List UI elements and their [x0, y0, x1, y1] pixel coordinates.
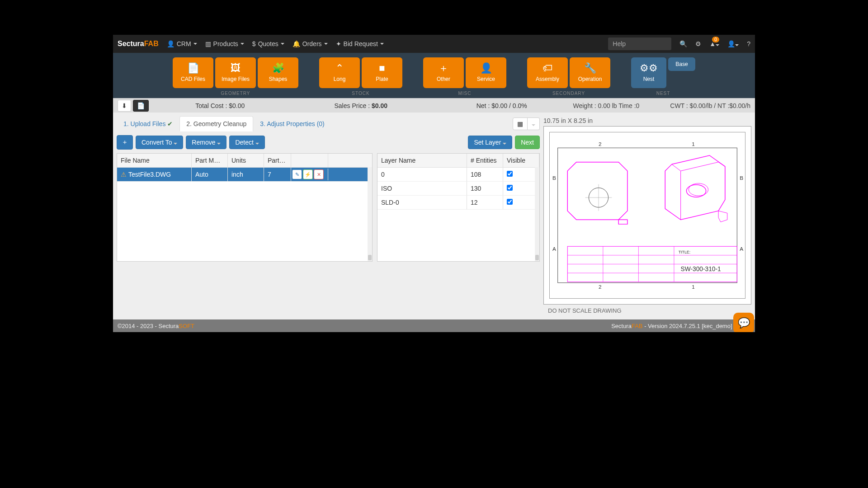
- service-button[interactable]: 👤Service: [466, 57, 506, 88]
- detect-button[interactable]: Detect: [229, 136, 264, 149]
- barcode-icon: ▥: [205, 40, 211, 47]
- layer-entities: 130: [467, 182, 503, 195]
- delete-row-button[interactable]: ✕: [314, 169, 324, 179]
- layer-name: SLD-0: [377, 196, 467, 209]
- info-bar: ⬇ 📄 Total Cost : $0.00 Sales Price : $0.…: [113, 98, 755, 113]
- file-partcount: 7: [264, 168, 291, 181]
- svg-text:B: B: [740, 175, 743, 181]
- plus-icon: ＋: [439, 63, 448, 73]
- top-navbar: SecturaFAB 👤 CRM ▥ Products $ Quotes 🔔 O…: [113, 35, 755, 53]
- grid-view-button[interactable]: ▦: [513, 117, 528, 130]
- ribbon: 📄CAD Files 🖼Image Files 🧩Shapes GEOMETRY…: [113, 53, 755, 98]
- plate-button[interactable]: ■Plate: [362, 57, 402, 88]
- nav-quotes[interactable]: $ Quotes: [252, 40, 284, 47]
- cad-preview[interactable]: 2 1 2 1 B B A A: [543, 126, 751, 305]
- operation-button[interactable]: 🔧Operation: [570, 57, 610, 88]
- grid-view-dropdown[interactable]: [528, 117, 540, 130]
- tab-adjust-properties[interactable]: 3. Adjust Properties (0): [253, 116, 331, 131]
- remove-button[interactable]: Remove: [186, 136, 226, 149]
- square-icon: ■: [379, 63, 385, 73]
- layer-visible-checkbox[interactable]: [507, 171, 513, 177]
- chat-icon: 💬: [738, 317, 750, 329]
- download-button[interactable]: ⬇: [118, 100, 131, 112]
- nav-products[interactable]: ▥ Products: [205, 40, 244, 47]
- nav-crm[interactable]: 👤 CRM: [167, 40, 197, 47]
- layers-grid: Layer Name # Entities Visible 0108ISO130…: [377, 153, 540, 262]
- help-search-input[interactable]: Help: [608, 38, 671, 50]
- nest-group-label: NEST: [656, 91, 670, 96]
- search-icon[interactable]: 🔍: [679, 40, 687, 47]
- chevron-up-icon: ⌃: [335, 63, 344, 73]
- shapes-button[interactable]: 🧩Shapes: [258, 57, 298, 88]
- files-grid: File Name Part Mode Units Part Co... ⚠Te…: [117, 153, 373, 262]
- col-layer-name[interactable]: Layer Name: [377, 154, 467, 167]
- wand-icon: ✦: [336, 40, 341, 47]
- col-entities[interactable]: # Entities: [467, 154, 503, 167]
- secondary-group-label: SECONDARY: [552, 91, 585, 96]
- col-units[interactable]: Units: [228, 154, 264, 167]
- file-icon: 📄: [187, 63, 199, 73]
- svg-rect-0: [558, 148, 737, 282]
- version-label: SecturaFAB - Version 2024.7.25.1 [kec_de…: [611, 323, 750, 329]
- nav-bid-request[interactable]: ✦ Bid Request: [336, 40, 384, 47]
- col-actions: [291, 154, 328, 167]
- image-files-button[interactable]: 🖼Image Files: [215, 57, 256, 88]
- notification-icon[interactable]: 0 ▲: [709, 40, 719, 47]
- tab-geometry-cleanup[interactable]: 2. Geometry Cleanup: [179, 116, 253, 131]
- layer-row[interactable]: 0108: [377, 168, 539, 182]
- add-button[interactable]: ＋: [117, 135, 133, 150]
- base-button[interactable]: Base: [668, 57, 695, 71]
- chat-bubble-button[interactable]: 💬: [733, 313, 754, 333]
- nav-orders[interactable]: 🔔 Orders: [292, 40, 328, 47]
- refresh-row-button[interactable]: ⚡: [303, 169, 313, 179]
- file-row[interactable]: ⚠TestFile3.DWG Auto inch 7 ✎ ⚡ ✕: [117, 168, 372, 182]
- file-name: TestFile3.DWG: [128, 171, 171, 178]
- col-filename[interactable]: File Name: [117, 154, 192, 167]
- svg-text:SW-300-310-1: SW-300-310-1: [681, 266, 721, 272]
- wrench-icon: 🔧: [584, 63, 596, 73]
- bell-icon: 🔔: [292, 40, 300, 47]
- file-partmode: Auto: [192, 168, 228, 181]
- assembly-button[interactable]: 🏷Assembly: [527, 57, 568, 88]
- layer-row[interactable]: SLD-012: [377, 196, 539, 210]
- layer-name: 0: [377, 168, 467, 181]
- user-menu-icon[interactable]: 👤: [727, 40, 739, 47]
- file-units: inch: [228, 168, 264, 181]
- geometry-group-label: GEOMETRY: [221, 91, 250, 96]
- svg-text:A: A: [552, 246, 556, 252]
- svg-text:1: 1: [692, 141, 695, 147]
- warning-icon: ⚠: [121, 171, 127, 178]
- scrollbar[interactable]: [535, 167, 539, 261]
- help-icon[interactable]: ?: [747, 40, 750, 47]
- document-button[interactable]: 📄: [133, 100, 149, 112]
- layer-row[interactable]: ISO130: [377, 182, 539, 196]
- svg-text:A: A: [740, 246, 743, 252]
- edit-row-button[interactable]: ✎: [292, 169, 302, 179]
- col-visible[interactable]: Visible: [503, 154, 539, 167]
- long-button[interactable]: ⌃Long: [319, 57, 360, 88]
- col-partcount[interactable]: Part Co...: [264, 154, 291, 167]
- notification-badge: 0: [712, 37, 719, 42]
- layer-visible-checkbox[interactable]: [507, 185, 513, 191]
- person-icon: 👤: [480, 63, 492, 73]
- scrollbar[interactable]: [368, 167, 372, 261]
- other-button[interactable]: ＋Other: [423, 57, 464, 88]
- cwt-label: CWT : $0.00/lb / NT :$0.00/h: [670, 102, 750, 109]
- check-icon: ✔: [167, 120, 173, 127]
- next-button[interactable]: Next: [515, 136, 540, 149]
- cad-files-button[interactable]: 📄CAD Files: [173, 57, 213, 88]
- tab-upload-files[interactable]: 1. Upload Files ✔: [117, 116, 179, 131]
- layer-entities: 108: [467, 168, 503, 181]
- convert-to-button[interactable]: Convert To: [136, 136, 183, 149]
- bolt-icon: ⚡: [305, 172, 311, 178]
- svg-text:1: 1: [692, 284, 695, 290]
- col-partmode[interactable]: Part Mode: [192, 154, 228, 167]
- misc-group-label: MISC: [458, 91, 472, 96]
- nest-button[interactable]: ⚙⚙Nest: [631, 57, 666, 88]
- svg-text:2: 2: [599, 141, 602, 147]
- file-icon: 📄: [137, 102, 145, 109]
- gear-icon[interactable]: ⚙: [695, 40, 701, 47]
- set-layer-button[interactable]: Set Layer: [468, 136, 512, 149]
- grid-icon: ▦: [517, 120, 523, 127]
- layer-visible-checkbox[interactable]: [507, 199, 513, 205]
